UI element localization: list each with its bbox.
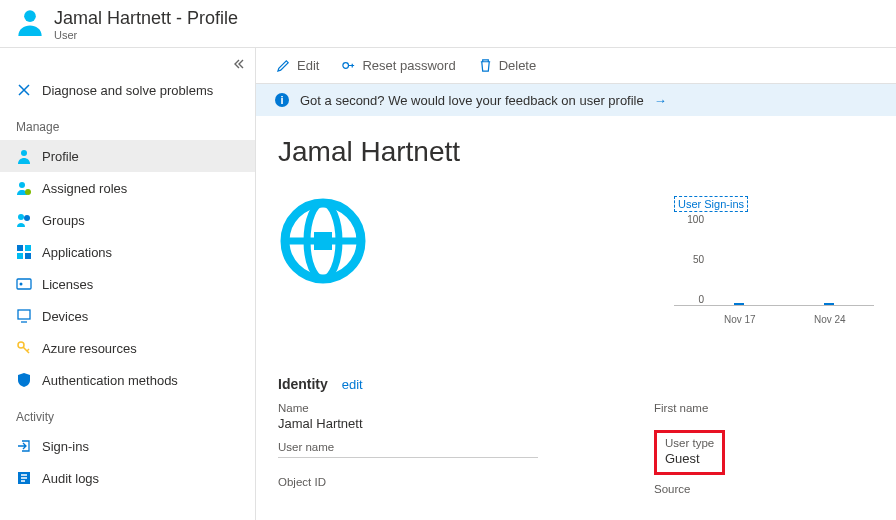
key-icon — [341, 58, 356, 73]
svg-rect-21 — [314, 232, 332, 250]
reset-password-button[interactable]: Reset password — [341, 58, 455, 73]
svg-rect-10 — [17, 279, 31, 289]
sidebar-item-groups[interactable]: Groups — [0, 204, 255, 236]
svg-rect-7 — [25, 245, 31, 251]
sidebar-item-azure-resources[interactable]: Azure resources — [0, 332, 255, 364]
identity-edit-link[interactable]: edit — [342, 377, 363, 392]
sidebar-item-applications[interactable]: Applications — [0, 236, 255, 268]
objectid-label: Object ID — [278, 476, 554, 488]
trash-icon — [478, 58, 493, 73]
signin-icon — [16, 438, 32, 454]
sidebar-item-label: Sign-ins — [42, 439, 89, 454]
page-title: Jamal Hartnett - Profile — [54, 8, 238, 29]
sidebar-item-label: Profile — [42, 149, 79, 164]
sidebar-item-devices[interactable]: Devices — [0, 300, 255, 332]
source-label: Source — [654, 483, 874, 495]
user-icon — [16, 8, 44, 36]
chart-title: User Sign-ins — [674, 196, 748, 212]
usertype-label: User type — [665, 437, 714, 449]
roles-icon — [16, 180, 32, 196]
devices-icon — [16, 308, 32, 324]
username-value — [278, 457, 538, 458]
svg-rect-9 — [25, 253, 31, 259]
feedback-arrow[interactable]: → — [654, 93, 667, 108]
sidebar-item-label: Diagnose and solve problems — [42, 83, 213, 98]
sidebar-item-authentication[interactable]: Authentication methods — [0, 364, 255, 396]
sidebar-item-label: Authentication methods — [42, 373, 178, 388]
feedback-bar[interactable]: i Got a second? We would love your feedb… — [256, 84, 896, 116]
chart-bar — [824, 303, 834, 305]
sidebar-item-label: Devices — [42, 309, 88, 324]
edit-button[interactable]: Edit — [276, 58, 319, 73]
svg-point-1 — [21, 150, 27, 156]
sidebar-item-label: Groups — [42, 213, 85, 228]
svg-point-5 — [24, 215, 30, 221]
signin-chart[interactable]: User Sign-ins 100 50 0 Nov 17 Nov 24 — [674, 196, 874, 306]
svg-point-4 — [18, 214, 24, 220]
identity-section: Identity edit — [278, 376, 874, 392]
firstname-label: First name — [654, 402, 874, 414]
sidebar-item-signins[interactable]: Sign-ins — [0, 430, 255, 462]
sidebar-item-label: Assigned roles — [42, 181, 127, 196]
sidebar-item-label: Azure resources — [42, 341, 137, 356]
name-label: Name — [278, 402, 554, 414]
tools-icon — [16, 82, 32, 98]
svg-point-11 — [20, 283, 23, 286]
sidebar-item-diagnose[interactable]: Diagnose and solve problems — [0, 74, 255, 106]
usertype-highlight: User type Guest — [654, 430, 725, 475]
svg-text:i: i — [280, 94, 283, 106]
sidebar: Diagnose and solve problems Manage Profi… — [0, 48, 256, 520]
svg-rect-8 — [17, 253, 23, 259]
main-pane: Edit Reset password Delete i Got a secon… — [256, 48, 896, 520]
license-icon — [16, 276, 32, 292]
sidebar-section-activity: Activity — [0, 396, 255, 430]
delete-button[interactable]: Delete — [478, 58, 537, 73]
page-subtitle: User — [54, 29, 238, 41]
feedback-text: Got a second? We would love your feedbac… — [300, 93, 644, 108]
collapse-icon[interactable] — [233, 58, 245, 70]
svg-point-2 — [19, 182, 25, 188]
svg-rect-6 — [17, 245, 23, 251]
svg-point-3 — [25, 189, 31, 195]
user-icon — [16, 148, 32, 164]
shield-icon — [16, 372, 32, 388]
sidebar-item-licenses[interactable]: Licenses — [0, 268, 255, 300]
sidebar-item-label: Audit logs — [42, 471, 99, 486]
profile-name: Jamal Hartnett — [278, 136, 874, 168]
page-header: Jamal Hartnett - Profile User — [0, 0, 896, 48]
groups-icon — [16, 212, 32, 228]
audit-icon — [16, 470, 32, 486]
chart-area: 100 50 0 Nov 17 Nov 24 — [674, 216, 874, 306]
info-icon: i — [274, 92, 290, 108]
username-label: User name — [278, 441, 554, 453]
globe-icon — [278, 196, 368, 286]
key-icon — [16, 340, 32, 356]
sidebar-item-assigned-roles[interactable]: Assigned roles — [0, 172, 255, 204]
toolbar: Edit Reset password Delete — [256, 48, 896, 84]
apps-icon — [16, 244, 32, 260]
profile-avatar — [278, 196, 368, 286]
svg-point-15 — [343, 63, 349, 69]
svg-point-0 — [24, 10, 36, 22]
name-value: Jamal Hartnett — [278, 416, 554, 431]
sidebar-item-audit-logs[interactable]: Audit logs — [0, 462, 255, 494]
sidebar-item-label: Applications — [42, 245, 112, 260]
sidebar-item-profile[interactable]: Profile — [0, 140, 255, 172]
usertype-value: Guest — [665, 451, 714, 466]
chart-bar — [734, 303, 744, 305]
sidebar-item-label: Licenses — [42, 277, 93, 292]
sidebar-section-manage: Manage — [0, 106, 255, 140]
svg-rect-12 — [18, 310, 30, 319]
pencil-icon — [276, 58, 291, 73]
